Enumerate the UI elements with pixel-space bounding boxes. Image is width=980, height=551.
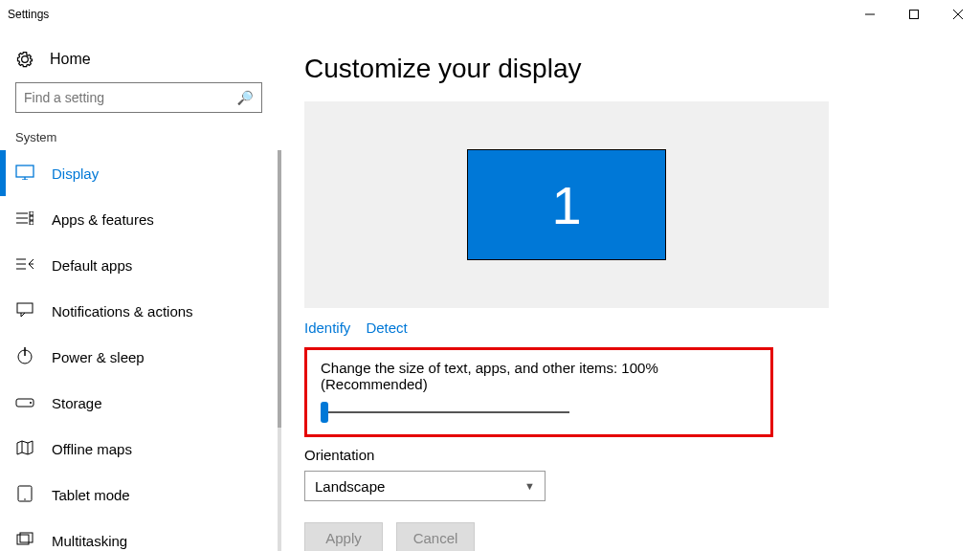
window-title: Settings xyxy=(8,8,49,21)
sidebar-item-notifications[interactable]: Notifications & actions xyxy=(0,288,278,334)
search-input[interactable] xyxy=(24,90,234,105)
svg-rect-11 xyxy=(30,216,33,220)
svg-rect-10 xyxy=(30,211,33,215)
scale-highlight: Change the size of text, apps, and other… xyxy=(304,347,773,437)
orientation-label: Orientation xyxy=(304,447,953,463)
identify-link[interactable]: Identify xyxy=(304,320,350,336)
close-button[interactable] xyxy=(936,0,980,29)
sidebar-item-label: Default apps xyxy=(52,257,132,274)
svg-rect-4 xyxy=(16,165,33,177)
default-apps-icon xyxy=(15,257,34,274)
sidebar-item-power[interactable]: Power & sleep xyxy=(0,334,278,380)
main-panel: Customize your display 1 Identify Detect… xyxy=(278,29,980,551)
sidebar-item-maps[interactable]: Offline maps xyxy=(0,426,278,472)
scale-slider[interactable] xyxy=(321,402,569,423)
sidebar-item-label: Tablet mode xyxy=(52,487,130,503)
slider-thumb[interactable] xyxy=(321,402,328,423)
slider-track xyxy=(328,411,569,413)
detect-link[interactable]: Detect xyxy=(366,320,407,336)
page-title: Customize your display xyxy=(304,54,953,84)
search-icon: 🔍 xyxy=(237,90,254,105)
display-preview[interactable]: 1 xyxy=(304,101,829,308)
apply-button[interactable]: Apply xyxy=(304,522,383,551)
sidebar-item-storage[interactable]: Storage xyxy=(0,380,278,426)
orientation-combo[interactable]: Landscape ▼ xyxy=(304,471,546,501)
sidebar-item-label: Apps & features xyxy=(52,211,154,228)
svg-point-20 xyxy=(30,402,32,404)
sidebar-item-display[interactable]: Display xyxy=(0,150,278,196)
sidebar-item-label: Power & sleep xyxy=(52,349,145,365)
sidebar-group-label: System xyxy=(0,130,278,150)
window-controls xyxy=(848,0,980,29)
tablet-icon xyxy=(15,485,34,505)
sidebar-item-multitask[interactable]: Multitasking xyxy=(0,518,278,551)
notifications-icon xyxy=(15,302,34,320)
apps-icon xyxy=(15,211,34,228)
storage-icon xyxy=(15,395,34,411)
display-icon xyxy=(15,165,34,183)
svg-rect-16 xyxy=(17,303,33,313)
sidebar-item-label: Storage xyxy=(52,395,102,411)
scale-label: Change the size of text, apps, and other… xyxy=(321,360,757,392)
title-bar: Settings xyxy=(0,0,980,29)
svg-rect-1 xyxy=(910,11,919,19)
svg-point-22 xyxy=(24,498,26,500)
minimize-button[interactable] xyxy=(848,0,892,29)
sidebar-item-label: Offline maps xyxy=(52,441,132,457)
sidebar-item-label: Multitasking xyxy=(52,533,127,549)
sidebar-item-label: Notifications & actions xyxy=(52,303,193,320)
cancel-button[interactable]: Cancel xyxy=(396,522,475,551)
monitor-label: 1 xyxy=(551,174,581,236)
monitor-thumbnail[interactable]: 1 xyxy=(467,149,666,260)
gear-icon xyxy=(15,50,34,69)
search-box[interactable]: 🔍 xyxy=(15,82,262,113)
home-label: Home xyxy=(50,51,91,68)
chevron-down-icon: ▼ xyxy=(524,480,535,492)
sidebar-item-apps[interactable]: Apps & features xyxy=(0,196,278,242)
power-icon xyxy=(15,347,34,367)
home-button[interactable]: Home xyxy=(0,42,278,82)
sidebar-item-default-apps[interactable]: Default apps xyxy=(0,242,278,288)
maximize-button[interactable] xyxy=(892,0,936,29)
multitask-icon xyxy=(15,532,34,550)
svg-rect-12 xyxy=(30,221,33,225)
maps-icon xyxy=(15,440,34,458)
sidebar: Home 🔍 System Display Apps & features De… xyxy=(0,29,278,551)
sidebar-item-label: Display xyxy=(52,165,99,182)
sidebar-item-tablet[interactable]: Tablet mode xyxy=(0,472,278,518)
orientation-value: Landscape xyxy=(315,478,385,495)
